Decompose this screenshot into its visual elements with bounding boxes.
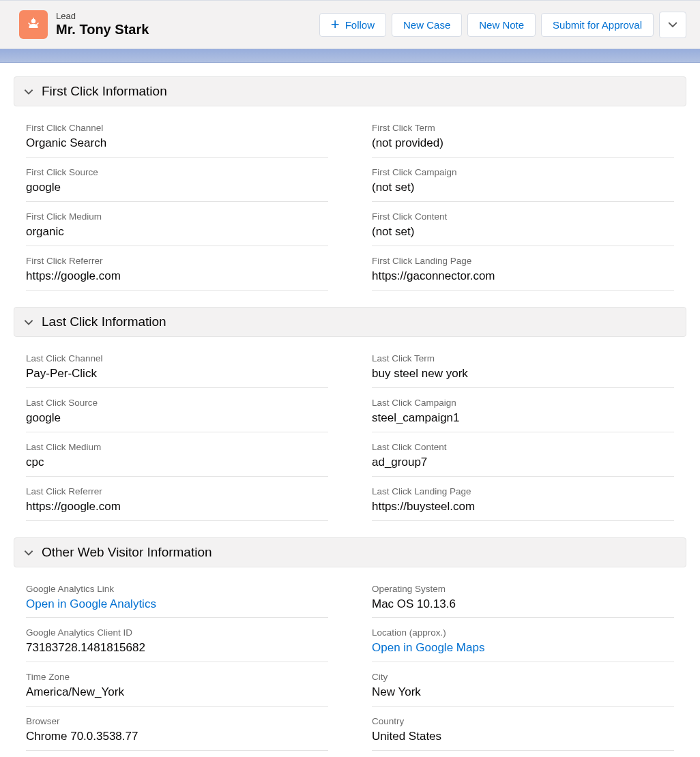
field-label: Operating System	[372, 584, 674, 594]
field-label: First Click Channel	[26, 123, 328, 133]
field-first-click-content: First Click Content (not set)	[372, 207, 674, 246]
field-value: Pay-Per-Click	[26, 366, 328, 382]
field-first-click-source: First Click Source google	[26, 163, 328, 202]
field-last-click-medium: Last Click Medium cpc	[26, 438, 328, 477]
new-case-label: New Case	[403, 19, 450, 31]
field-label: City	[372, 672, 674, 682]
field-label: Google Analytics Client ID	[26, 627, 328, 638]
header-title-block: Lead Mr. Tony Stark	[56, 11, 149, 39]
google-maps-link[interactable]: Open in Google Maps	[372, 640, 674, 656]
field-value: https://gaconnector.com	[372, 269, 674, 284]
section-title: Last Click Information	[42, 314, 166, 329]
field-value: Organic Search	[26, 136, 328, 151]
field-value: (not set)	[372, 224, 674, 240]
field-value: https://google.com	[26, 269, 328, 284]
field-first-click-landing: First Click Landing Page https://gaconne…	[372, 252, 674, 291]
field-value: (not provided)	[372, 136, 674, 151]
fields-other: Google Analytics Link Open in Google Ana…	[14, 567, 686, 757]
field-first-click-medium: First Click Medium organic	[26, 207, 328, 246]
object-name: Mr. Tony Stark	[56, 21, 149, 38]
new-case-button[interactable]: New Case	[392, 13, 462, 37]
field-value: United States	[372, 729, 674, 745]
chevron-down-icon	[23, 316, 35, 328]
header-left: Lead Mr. Tony Stark	[19, 10, 149, 39]
field-label: Google Analytics Link	[26, 584, 328, 594]
field-label: First Click Medium	[26, 211, 328, 222]
lead-icon	[19, 10, 48, 39]
field-location: Location (approx.) Open in Google Maps	[372, 623, 674, 662]
new-note-label: New Note	[479, 19, 524, 31]
object-type: Lead	[56, 11, 149, 22]
field-label: Last Click Term	[372, 353, 674, 363]
section-last-click: Last Click Information Last Click Channe…	[14, 307, 686, 526]
section-first-click: First Click Information First Click Chan…	[14, 76, 686, 296]
field-value: buy steel new york	[372, 366, 674, 382]
field-value: 73183728.1481815682	[26, 640, 328, 656]
field-value: https://buysteel.com	[372, 499, 674, 515]
field-label: Browser	[26, 716, 328, 726]
field-value: cpc	[26, 455, 328, 471]
field-first-click-term: First Click Term (not provided)	[372, 119, 674, 158]
field-value: https://google.com	[26, 499, 328, 515]
field-tz: Time Zone America/New_York	[26, 668, 328, 707]
field-last-click-landing: Last Click Landing Page https://buysteel…	[372, 482, 674, 521]
field-label: Last Click Referrer	[26, 486, 328, 496]
field-value: America/New_York	[26, 685, 328, 700]
field-city: City New York	[372, 668, 674, 707]
field-label: Country	[372, 716, 674, 726]
field-first-click-campaign: First Click Campaign (not set)	[372, 163, 674, 202]
section-header-first-click[interactable]: First Click Information	[14, 76, 686, 106]
new-note-button[interactable]: New Note	[467, 13, 536, 37]
field-label: Last Click Medium	[26, 442, 328, 452]
fields-first-click: First Click Channel Organic Search First…	[14, 106, 686, 296]
field-label: First Click Campaign	[372, 167, 674, 177]
field-browser: Browser Chrome 70.0.3538.77	[26, 712, 328, 751]
field-label: Time Zone	[26, 672, 328, 682]
field-os: Operating System Mac OS 10.13.6	[372, 580, 674, 619]
field-label: Last Click Channel	[26, 353, 328, 363]
field-value: (not set)	[372, 180, 674, 196]
field-value: New York	[372, 685, 674, 700]
field-client-id: Google Analytics Client ID 73183728.1481…	[26, 623, 328, 662]
chevron-down-icon	[23, 85, 35, 98]
field-country: Country United States	[372, 712, 674, 751]
fields-last-click: Last Click Channel Pay-Per-Click Last Cl…	[14, 337, 686, 526]
section-header-other[interactable]: Other Web Visitor Information	[14, 537, 686, 567]
field-value: Mac OS 10.13.6	[372, 597, 674, 612]
field-label: Last Click Landing Page	[372, 486, 674, 496]
ga-analytics-link[interactable]: Open in Google Analytics	[26, 597, 328, 612]
field-label: Location (approx.)	[372, 627, 674, 638]
field-ga-link: Google Analytics Link Open in Google Ana…	[26, 580, 328, 619]
section-header-last-click[interactable]: Last Click Information	[14, 307, 686, 337]
field-label: Last Click Campaign	[372, 398, 674, 408]
field-last-click-referrer: Last Click Referrer https://google.com	[26, 482, 328, 521]
field-last-click-term: Last Click Term buy steel new york	[372, 349, 674, 388]
field-first-click-channel: First Click Channel Organic Search	[26, 119, 328, 158]
field-label: First Click Referrer	[26, 256, 328, 266]
field-value: organic	[26, 224, 328, 240]
field-last-click-channel: Last Click Channel Pay-Per-Click	[26, 349, 328, 388]
chevron-down-icon	[23, 546, 35, 559]
field-value: steel_campaign1	[372, 411, 674, 426]
field-label: First Click Source	[26, 167, 328, 177]
field-last-click-source: Last Click Source google	[26, 394, 328, 432]
record-header: Lead Mr. Tony Stark + Follow New Case Ne…	[0, 0, 700, 49]
header-actions: + Follow New Case New Note Submit for Ap…	[319, 12, 686, 38]
field-value: google	[26, 180, 328, 196]
field-label: First Click Term	[372, 123, 674, 133]
field-value: google	[26, 411, 328, 426]
field-first-click-referrer: First Click Referrer https://google.com	[26, 252, 328, 291]
field-label: Last Click Content	[372, 442, 674, 452]
submit-approval-label: Submit for Approval	[553, 19, 642, 31]
field-label: First Click Landing Page	[372, 256, 674, 266]
more-actions-button[interactable]	[659, 12, 686, 38]
field-last-click-content: Last Click Content ad_group7	[372, 438, 674, 477]
section-other: Other Web Visitor Information Google Ana…	[14, 537, 686, 757]
follow-button[interactable]: + Follow	[319, 13, 386, 37]
record-body: First Click Information First Click Chan…	[0, 63, 700, 757]
field-value: Chrome 70.0.3538.77	[26, 729, 328, 745]
section-title: Other Web Visitor Information	[42, 545, 212, 560]
progress-band	[0, 49, 700, 63]
follow-label: Follow	[345, 19, 375, 31]
submit-approval-button[interactable]: Submit for Approval	[541, 13, 654, 37]
